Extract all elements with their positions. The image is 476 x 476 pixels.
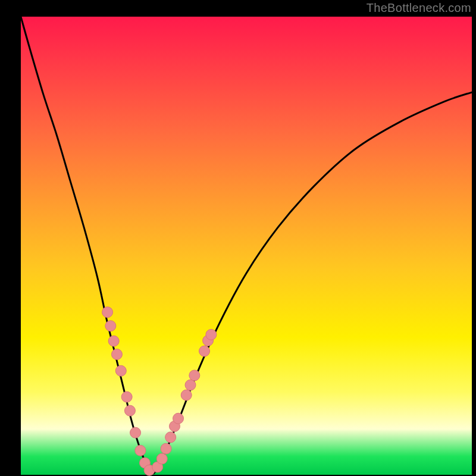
chart-stage: TheBottleneck.com <box>0 0 476 476</box>
watermark-label: TheBottleneck.com <box>367 1 471 15</box>
plot-area <box>21 17 472 475</box>
